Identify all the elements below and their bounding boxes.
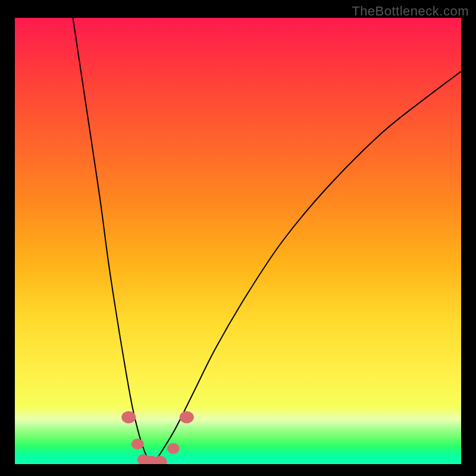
right-curve [154, 71, 462, 464]
data-marker [131, 439, 144, 449]
plot-area [15, 18, 461, 464]
data-marker [121, 411, 136, 423]
left-curve [73, 18, 154, 464]
chart-outer-frame: TheBottleneck.com [0, 0, 476, 476]
scatter-markers [121, 411, 194, 464]
data-marker [167, 443, 180, 454]
curve-layer [15, 18, 461, 464]
data-marker [180, 411, 194, 423]
watermark-text: TheBottleneck.com [352, 4, 469, 19]
